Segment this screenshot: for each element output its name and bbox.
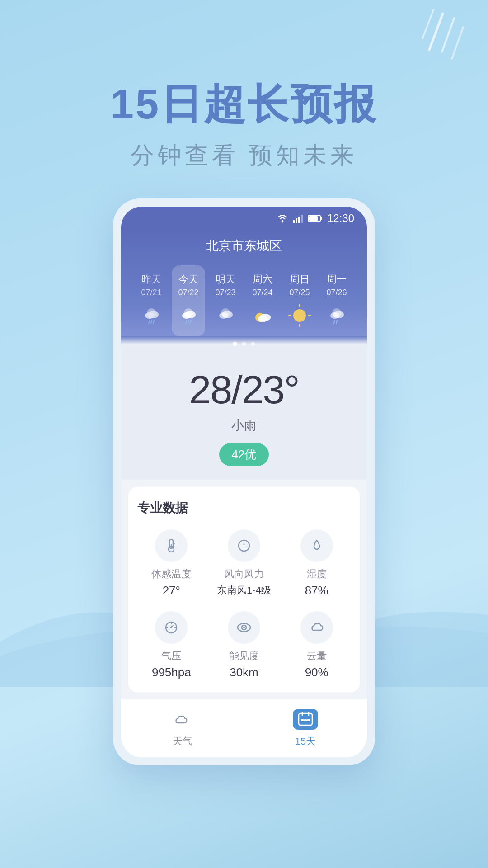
svg-point-20 (185, 311, 196, 318)
svg-point-14 (148, 311, 159, 318)
svg-rect-8 (301, 215, 303, 223)
humidity-value: 87% (282, 584, 351, 598)
wifi-icon (277, 213, 288, 223)
nav-item-15days[interactable]: 15天 (244, 707, 367, 748)
thermometer-icon (163, 538, 179, 554)
humidity-label: 湿度 (282, 567, 351, 581)
svg-point-29 (258, 316, 267, 322)
signal-icon (293, 214, 304, 223)
day-item-saturday[interactable]: 周六 07/24 (246, 265, 279, 336)
dot-active (233, 342, 237, 346)
visibility-icon (236, 619, 252, 636)
svg-rect-7 (298, 217, 300, 223)
data-item-humidity: 湿度 87% (282, 529, 351, 598)
nav-15days-label: 15天 (244, 735, 367, 748)
weather-icon-4 (288, 304, 311, 327)
visibility-label: 能见度 (210, 649, 278, 663)
data-item-visibility: 能见度 30km (210, 611, 278, 679)
svg-point-56 (243, 627, 245, 628)
nav-item-weather[interactable]: 天气 (121, 707, 244, 748)
svg-line-22 (188, 320, 189, 324)
weather-icon-5 (325, 304, 348, 327)
day-date-0: 07/21 (138, 288, 164, 297)
day-label-4: 周日 (286, 273, 313, 286)
day-label-1: 今天 (175, 273, 202, 286)
weather-header: 北京市东城区 昨天 07/21 (121, 228, 367, 336)
feels-like-value: 27° (137, 584, 206, 598)
nav-badge (293, 709, 318, 730)
day-item-today[interactable]: 今天 07/22 (172, 265, 205, 336)
status-bar: 12:30 (121, 207, 367, 228)
humidity-icon (309, 538, 325, 554)
cloud-cover-value: 90% (282, 665, 351, 679)
wind-value: 东南风1-4级 (210, 584, 278, 597)
phone-mockup: 12:30 北京市东城区 昨天 07/21 (113, 198, 375, 765)
svg-line-39 (336, 320, 337, 324)
svg-point-37 (333, 311, 344, 318)
day-date-1: 07/22 (175, 288, 202, 297)
cloud-cover-icon-wrap (300, 611, 333, 644)
data-grid: 体感温度 27° 风向风力 东南风1-4级 (137, 529, 351, 679)
thermometer-icon-wrap (155, 529, 188, 562)
weather-description: 小雨 (130, 417, 358, 434)
pro-data-section: 专业数据 体感温度 27° (128, 487, 360, 692)
data-item-feels-like: 体感温度 27° (137, 529, 206, 598)
battery-icon (308, 214, 323, 222)
svg-point-30 (293, 309, 306, 322)
svg-point-26 (222, 311, 233, 318)
day-item-monday[interactable]: 周一 07/26 (320, 265, 353, 336)
data-item-cloud: 云量 90% (282, 611, 351, 679)
day-label-0: 昨天 (138, 273, 164, 286)
svg-line-23 (190, 320, 191, 324)
cloud-cover-icon (309, 619, 325, 636)
city-name: 北京市东城区 (135, 237, 353, 255)
day-date-3: 07/24 (249, 288, 276, 297)
nav-weather-icon (170, 707, 195, 732)
hero-title: 15日超长预报 (0, 81, 488, 127)
day-date-2: 07/23 (212, 288, 239, 297)
days-row[interactable]: 昨天 07/21 今天 (135, 265, 353, 336)
day-label-5: 周一 (324, 273, 350, 286)
svg-line-21 (186, 320, 187, 324)
svg-line-53 (171, 626, 173, 627)
svg-line-15 (149, 320, 150, 324)
dot-1 (242, 342, 246, 346)
feels-like-label: 体感温度 (137, 567, 206, 581)
temperature-display: 28/23° (130, 370, 358, 410)
weather-icon-1 (177, 304, 200, 327)
dot-2 (251, 342, 255, 346)
svg-rect-6 (296, 218, 297, 223)
day-date-4: 07/25 (286, 288, 313, 297)
status-time: 12:30 (327, 212, 354, 225)
status-icons: 12:30 (277, 212, 354, 225)
svg-line-38 (334, 320, 335, 324)
svg-line-17 (153, 320, 154, 324)
svg-point-4 (281, 221, 283, 223)
visibility-icon-wrap (228, 611, 260, 644)
wind-icon-wrap (228, 529, 260, 562)
day-item-sunday[interactable]: 周日 07/25 (283, 265, 316, 336)
day-label-3: 周六 (249, 273, 276, 286)
svg-line-16 (151, 320, 152, 324)
svg-rect-10 (309, 216, 318, 221)
phone-screen: 12:30 北京市东城区 昨天 07/21 (121, 207, 367, 757)
svg-rect-62 (304, 719, 307, 721)
weather-icon-0 (140, 304, 163, 327)
visibility-value: 30km (210, 665, 278, 679)
day-label-2: 明天 (212, 273, 239, 286)
day-date-5: 07/26 (324, 288, 350, 297)
nav-weather-label: 天气 (121, 735, 244, 748)
hero-subtitle: 分钟查看 预知未来 (0, 140, 488, 171)
wind-label: 风向风力 (210, 567, 278, 581)
bottom-nav: 天气 (121, 699, 367, 757)
svg-rect-61 (301, 719, 304, 721)
pro-data-title: 专业数据 (137, 500, 351, 517)
data-item-pressure: 气压 995hpa (137, 611, 206, 679)
day-item-tomorrow[interactable]: 明天 07/23 (209, 265, 242, 336)
svg-rect-5 (293, 220, 295, 223)
weather-icon-2 (214, 304, 237, 327)
page-indicator (121, 336, 367, 352)
svg-rect-11 (321, 217, 322, 220)
day-item-yesterday[interactable]: 昨天 07/21 (135, 265, 168, 336)
pressure-icon (163, 619, 179, 636)
